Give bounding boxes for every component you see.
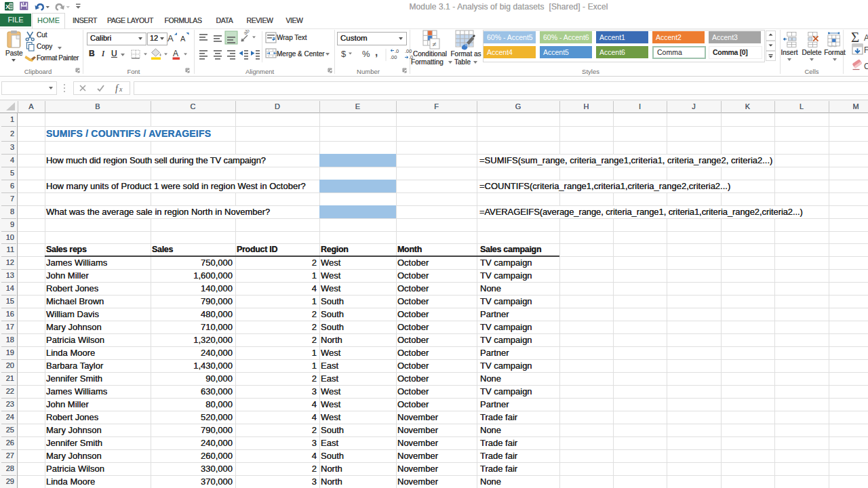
svg-text:A: A	[864, 33, 868, 43]
svg-text:%: %	[362, 49, 370, 59]
svg-text:x: x	[119, 85, 123, 93]
svg-text:ab: ab	[242, 30, 251, 36]
svg-text:,: ,	[375, 46, 378, 58]
svg-text:A: A	[180, 35, 186, 43]
svg-text:A: A	[173, 49, 178, 58]
svg-text:Fi: Fi	[864, 45, 868, 55]
svg-text:A: A	[167, 33, 174, 43]
svg-text:$: $	[341, 49, 347, 59]
svg-text:Σ: Σ	[851, 29, 859, 45]
svg-text:C: C	[864, 62, 868, 71]
svg-text:.0: .0	[395, 48, 399, 54]
svg-text:.00: .00	[390, 54, 397, 60]
svg-text:≠: ≠	[432, 40, 436, 48]
